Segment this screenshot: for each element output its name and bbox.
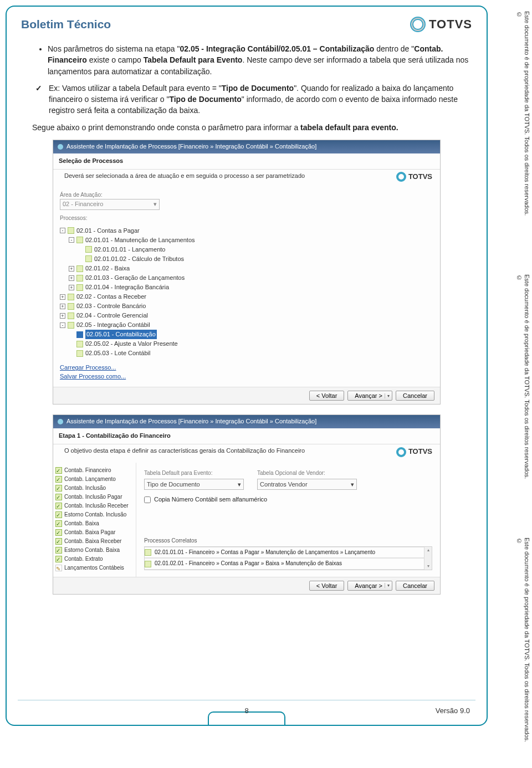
panel1-section: Seleção de Processos (53, 153, 440, 170)
tree-node[interactable]: +02.01.02 - Baixa (60, 264, 433, 273)
select-tabela-default[interactable]: Tipo de Documento▾ (144, 479, 244, 490)
side-item[interactable]: Contab. Inclusão Pagar (55, 493, 134, 501)
bullet-1: Nos parâmetros do sistema na etapa "02.0… (48, 43, 472, 77)
subline: Segue abaixo o print demonstrando onde c… (21, 122, 472, 133)
node-icon (68, 313, 74, 319)
expand-icon[interactable]: + (60, 304, 65, 309)
processos-correlatos: Processos Correlatos 02.01.01.01 - Finan… (144, 537, 432, 570)
side-item[interactable]: Contab. Inclusão (55, 484, 134, 493)
node-icon (76, 265, 83, 272)
node-icon (76, 237, 83, 243)
expand-icon[interactable]: + (60, 313, 65, 319)
node-icon (76, 350, 83, 357)
wizard-icon (58, 144, 63, 150)
link-carregar[interactable]: Carregar Processo... (60, 363, 433, 372)
tree-node[interactable]: +02.01.04 - Integração Bancária (60, 283, 433, 292)
panel2-desc-row: O objetivo desta etapa é definir as cara… (53, 444, 440, 463)
tree-node[interactable]: +02.02 - Contas a Receber (60, 292, 433, 301)
tree-node[interactable]: 02.05.02 - Ajuste a Valor Presente (60, 339, 433, 349)
status-icon (55, 467, 62, 474)
chevron-down-icon: ▾ (238, 480, 241, 488)
side-item[interactable]: Contab. Extrato (55, 555, 134, 564)
checkbox-copia[interactable]: Copia Número Contábil sem alfanumérico (144, 495, 432, 504)
side-item[interactable]: Estorno Contab. Inclusão (55, 510, 134, 519)
totvs-logo: TOTVS (410, 17, 472, 32)
tree-node[interactable]: 02.01.01.02 - Cálculo de Tributos (60, 254, 433, 264)
tree-node[interactable]: 02.05.01 - Contabilização (60, 330, 433, 339)
panel-etapa1: Assistente de Implantação de Processos [… (53, 414, 441, 595)
expand-icon[interactable]: + (60, 294, 65, 300)
expand-icon[interactable]: - (69, 237, 74, 243)
btn-cancelar-2[interactable]: Cancelar (396, 581, 434, 591)
panel1-titlebar: Assistente de Implantação de Processos [… (53, 140, 440, 153)
select-tabela-vendor[interactable]: Contratos Vendor▾ (257, 479, 357, 490)
side-item[interactable]: Contab. Lançamento (55, 475, 134, 484)
checkbox-copia-label: Copia Número Contábil sem alfanumérico (154, 495, 267, 504)
sidebar-copyright-3: Este documento é de propriedade da TOTVS… (497, 537, 531, 748)
expand-icon[interactable]: + (69, 285, 74, 290)
tree-node[interactable]: 02.05.03 - Lote Contábil (60, 349, 433, 358)
node-icon (68, 227, 74, 234)
status-icon (55, 511, 62, 518)
side-item[interactable]: Contab. Baixa Pagar (55, 528, 134, 537)
btn-voltar-2[interactable]: < Voltar (309, 581, 345, 591)
node-icon (76, 331, 83, 338)
status-icon (55, 476, 62, 483)
tree-node[interactable]: -02.05 - Integração Contábil (60, 320, 433, 330)
mini-ring-icon (396, 172, 406, 182)
side-item[interactable]: Lançamentos Contábeis (55, 564, 134, 572)
tree-node[interactable]: 02.01.01.01 - Lançamento (60, 245, 433, 254)
btn-cancelar-1[interactable]: Cancelar (396, 391, 434, 401)
tree-node[interactable]: -02.01.01 - Manutenção de Lançamentos (60, 235, 433, 245)
expand-icon[interactable]: + (69, 275, 74, 281)
btn-voltar-1[interactable]: < Voltar (309, 391, 345, 401)
status-icon (55, 485, 62, 491)
totvs-ring-icon (410, 17, 426, 32)
page-frame: Boletim Técnico TOTVS Nos parâmetros do … (6, 6, 488, 726)
node-icon (68, 322, 74, 329)
content: Nos parâmetros do sistema na etapa "02.0… (21, 43, 472, 595)
panel1-title: Assistente de Implantação de Processos [… (66, 142, 316, 151)
field-tabela-default: Tabela Default para Evento: Tipo de Docu… (144, 469, 244, 490)
panel2-footer: < Voltar Avançar > Cancelar (53, 577, 440, 594)
status-icon (55, 529, 62, 536)
side-item[interactable]: Contab. Baixa Receber (55, 537, 134, 546)
field2-label: Tabela Opcional de Vendor: (257, 469, 357, 478)
btn-avancar-1[interactable]: Avançar > (347, 391, 392, 401)
link-salvar[interactable]: Salvar Processo como... (60, 372, 433, 381)
panel1-links: Carregar Processo... Salvar Processo com… (60, 363, 433, 381)
checkbox-copia-input[interactable] (144, 496, 151, 503)
status-icon (55, 538, 62, 545)
area-select[interactable]: 02 - Financeiro▾ (60, 199, 160, 210)
proc-cor-row-1[interactable]: 02.01.01.01 - Financeiro » Contas a Paga… (145, 547, 424, 559)
side-item[interactable]: Contab. Baixa (55, 519, 134, 528)
field-tabela-vendor: Tabela Opcional de Vendor: Contratos Ven… (257, 469, 357, 490)
tree-node[interactable]: +02.01.03 - Geração de Lançamentos (60, 273, 433, 283)
item-icon (145, 549, 151, 556)
status-icon (55, 565, 62, 571)
proc-label: Processos: (60, 214, 433, 223)
panel1-footer: < Voltar Avançar > Cancelar (53, 387, 440, 404)
wizard-icon-2 (58, 419, 63, 424)
etapas-sidelist[interactable]: Contab. FinanceiroContab. LançamentoCont… (53, 463, 136, 577)
panel1-body: Área de Atuação: 02 - Financeiro▾ Proces… (53, 188, 440, 387)
page-number: 8 (244, 706, 248, 715)
side-item[interactable]: Contab. Inclusão Receber (55, 501, 134, 510)
process-tree[interactable]: -02.01 - Contas a Pagar-02.01.01 - Manut… (60, 226, 433, 359)
side-item[interactable]: Contab. Financeiro (55, 466, 134, 475)
scrollbar[interactable]: ▴▾ (424, 547, 432, 570)
btn-avancar-2[interactable]: Avançar > (347, 581, 392, 591)
tree-node[interactable]: +02.03 - Controle Bancário (60, 301, 433, 311)
expand-icon[interactable]: + (69, 266, 74, 272)
tree-node[interactable]: -02.01 - Contas a Pagar (60, 226, 433, 235)
chevron-down-icon: ▾ (154, 200, 157, 209)
panel2-desc: O objetivo desta etapa é definir as cara… (64, 447, 305, 455)
expand-icon[interactable]: - (60, 322, 65, 328)
footer-divider (18, 700, 475, 700)
status-icon (55, 547, 62, 554)
tree-node[interactable]: +02.04 - Controle Gerencial (60, 311, 433, 320)
expand-icon[interactable]: - (60, 228, 65, 233)
proc-cor-row-2[interactable]: 02.01.02.01 - Financeiro » Contas a Paga… (145, 558, 424, 570)
node-icon (68, 294, 74, 300)
side-item[interactable]: Estorno Contab. Baixa (55, 546, 134, 555)
